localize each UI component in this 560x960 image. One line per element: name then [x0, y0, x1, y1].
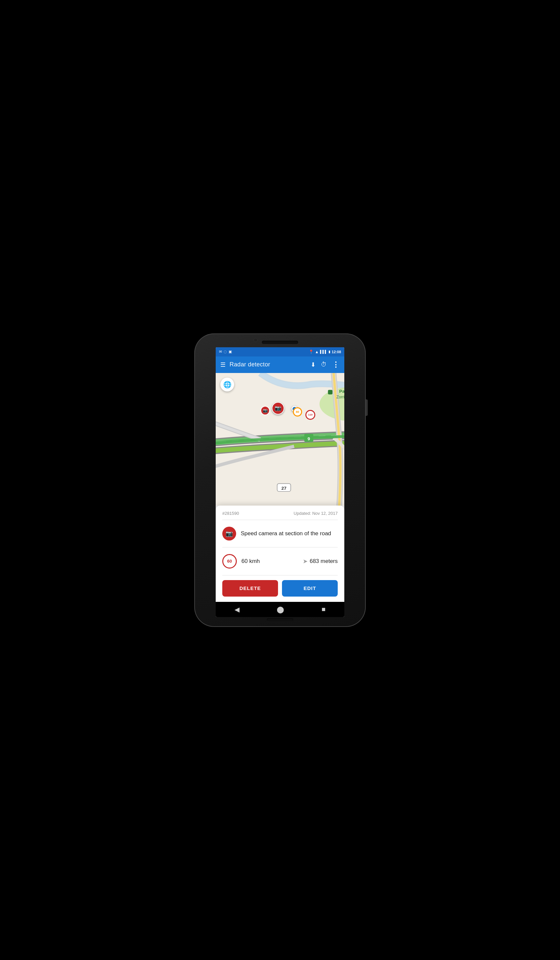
distance-value: 683 meters [310, 558, 338, 565]
app-title: Radar detector [230, 361, 307, 368]
speed-limit-number: 60 [227, 558, 232, 563]
status-bar-left: ✉ ◌ ▣ [219, 350, 232, 354]
phone-device: ✉ ◌ ▣ 📍 ▲ ▌▌▌ ▮ 12:08 ☰ Radar detector ⬇… [194, 333, 366, 627]
camera-marker-active[interactable]: 📷 [272, 402, 284, 414]
speed-label: 60 kmh [242, 558, 298, 565]
signal-icon: ▌▌▌ [320, 350, 327, 354]
record-id: #281590 [222, 511, 239, 516]
history-icon[interactable]: ⏱ [321, 361, 327, 368]
svg-text:9: 9 [307, 436, 310, 441]
more-options-icon[interactable]: ⋮ [332, 360, 340, 369]
globe-button[interactable]: 🌐 [220, 378, 234, 392]
camera-type-icon: 📷 [222, 526, 236, 541]
bottom-speaker [267, 618, 293, 621]
home-button[interactable]: ⬤ [277, 605, 284, 613]
menu-icon[interactable]: ☰ [220, 361, 226, 368]
time-display: 12:08 [332, 350, 341, 354]
phone-speaker [262, 341, 298, 344]
info-card: #281590 Updated: Nov 12, 2017 📷 Speed ca… [216, 506, 344, 602]
map-roads-svg: 27 9 Park Zorrilla de San Martín [216, 373, 344, 506]
delete-button[interactable]: DELETE [222, 580, 278, 597]
globe-icon: 🌐 [223, 381, 232, 389]
status-bar-right: 📍 ▲ ▌▌▌ ▮ 12:08 [309, 350, 341, 354]
app-bar: ☰ Radar detector ⬇ ⏱ ⋮ [216, 357, 344, 373]
wifi-icon: ▲ [315, 350, 319, 354]
edit-button[interactable]: EDIT [282, 580, 338, 597]
info-header: #281590 Updated: Nov 12, 2017 [222, 511, 338, 516]
divider-3 [222, 575, 338, 576]
svg-text:Park: Park [339, 389, 344, 394]
svg-text:27: 27 [281, 486, 286, 491]
battery-icon: ▮ [328, 350, 330, 354]
camera-marker-icon: 📷 [272, 402, 284, 414]
camera-description: Speed camera at section of the road [241, 530, 331, 537]
divider-1 [222, 520, 338, 520]
phone-screen: ✉ ◌ ▣ 📍 ▲ ▌▌▌ ▮ 12:08 ☰ Radar detector ⬇… [216, 347, 344, 617]
camera-marker-2[interactable]: 📷 [261, 406, 270, 415]
navigation-bar: ◀ ⬤ ■ [216, 602, 344, 617]
app-bar-actions: ⬇ ⏱ ⋮ [311, 360, 340, 369]
speed-limit-marker-1: 80 [293, 407, 302, 416]
speed-limit-value-2: 110 [308, 413, 312, 416]
divider-2 [222, 547, 338, 547]
distance-group: ➤ 683 meters [303, 558, 338, 565]
phone-camera [254, 338, 258, 342]
camera-info-row: 📷 Speed camera at section of the road [222, 523, 338, 544]
side-button [366, 399, 368, 416]
clipboard-icon: ▣ [229, 350, 232, 354]
status-bar: ✉ ◌ ▣ 📍 ▲ ▌▌▌ ▮ 12:08 [216, 347, 344, 357]
map-view[interactable]: 27 9 Park Zorrilla de San Martín 🌐 [216, 373, 344, 506]
gmail-icon: ✉ [219, 350, 222, 354]
map-background: 27 9 Park Zorrilla de San Martín 🌐 [216, 373, 344, 506]
speed-limit-marker-2: 110 [306, 410, 315, 420]
camera-emoji: 📷 [226, 530, 233, 537]
action-buttons: DELETE EDIT [222, 580, 338, 597]
sync-icon: ◌ [224, 350, 227, 354]
svg-rect-6 [328, 390, 333, 394]
back-button[interactable]: ◀ [235, 605, 240, 613]
speed-limit-value-1: 80 [296, 410, 299, 414]
svg-text:Zorrilla de San Martín: Zorrilla de San Martín [336, 394, 344, 399]
speed-distance-row: 60 60 kmh ➤ 683 meters [222, 551, 338, 572]
download-icon[interactable]: ⬇ [311, 361, 315, 368]
speed-limit-badge: 60 [222, 554, 237, 568]
updated-date: Updated: Nov 12, 2017 [293, 511, 338, 516]
recents-button[interactable]: ■ [322, 605, 325, 613]
navigation-icon: ➤ [303, 558, 308, 565]
location-icon: 📍 [309, 350, 314, 354]
